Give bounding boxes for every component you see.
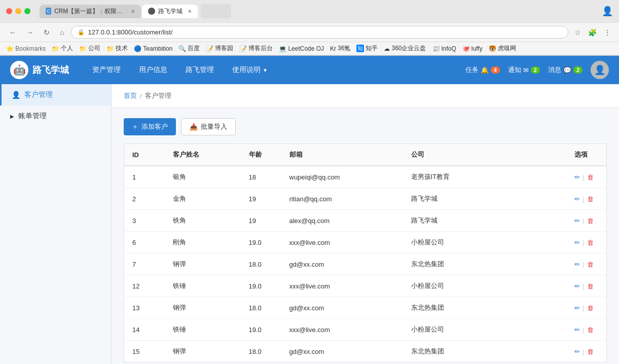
col-header-id: ID	[124, 144, 165, 166]
notify-nav-item[interactable]: 通知 ✉ 2	[508, 65, 540, 75]
cell-company: 小粉屋公司	[403, 319, 566, 341]
bookmarks-label: ⭐ Bookmarks	[6, 45, 46, 52]
delete-button[interactable]: 🗑	[587, 195, 594, 203]
cell-name: 金角	[165, 188, 241, 210]
cell-email: alex@qq.com	[281, 210, 403, 232]
delete-button[interactable]: 🗑	[587, 304, 594, 312]
bookmark-cnblogs[interactable]: 📝博客园	[206, 44, 233, 53]
delete-button[interactable]: 🗑	[587, 173, 594, 181]
cell-email: xxx@live.com	[281, 319, 403, 341]
folder-icon: 📁	[106, 45, 114, 52]
browser-titlebar: C CRM【第一篇】：权限组件之权... ✕ 路飞学城 ✕ 👤	[0, 0, 619, 22]
bookmark-blog-admin[interactable]: 📝博客后台	[239, 44, 273, 53]
action-separator: |	[582, 239, 584, 246]
browser-tab-crm[interactable]: C CRM【第一篇】：权限组件之权... ✕	[40, 5, 141, 18]
nav-usage[interactable]: 使用说明 ▼	[224, 61, 276, 79]
reload-button[interactable]: ↻	[41, 27, 53, 38]
tab-close-crm[interactable]: ✕	[131, 9, 135, 14]
minimize-window-button[interactable]	[15, 8, 21, 14]
sidebar-item-customer[interactable]: 👤 客户管理	[0, 84, 111, 105]
delete-button[interactable]: 🗑	[587, 282, 594, 290]
bookmark-baidu[interactable]: 🔍百度	[178, 44, 200, 53]
delete-button[interactable]: 🗑	[587, 326, 594, 334]
tab-close-luffy[interactable]: ✕	[188, 9, 192, 14]
menu-icon[interactable]: ⋮	[602, 27, 613, 38]
cell-email: gd@xx.com	[281, 253, 403, 275]
col-header-email: 邮箱	[281, 144, 403, 166]
customer-table: ID 客户姓名 年龄 邮箱 公司 选项 1 银角 18 wupeiqi@qq.c…	[124, 143, 607, 362]
message-nav-item[interactable]: 消息 💬 2	[548, 65, 582, 75]
bookmark-personal[interactable]: 📁个人	[52, 44, 73, 53]
edit-button[interactable]: ✏	[574, 326, 580, 334]
extensions-icon[interactable]: 🧩	[586, 27, 599, 38]
bookmark-teambition[interactable]: 🔵Teambition	[134, 45, 172, 52]
tab-favicon-crm: C	[46, 8, 51, 15]
table-row: 6 刚角 19.0 xxx@live.com 小粉屋公司 ✏ | 🗑	[124, 232, 607, 253]
folder-icon: 📁	[52, 45, 59, 52]
bookmark-infoq[interactable]: 📰InfoQ	[432, 45, 456, 52]
delete-button[interactable]: 🗑	[587, 217, 594, 225]
nav-user-info[interactable]: 用户信息	[131, 61, 175, 79]
sidebar-item-account[interactable]: ▶ 账单管理	[0, 105, 111, 127]
action-separator: |	[582, 173, 584, 181]
nav-asset-management[interactable]: 资产管理	[84, 61, 129, 79]
table-row: 12 铁锤 19.0 xxx@live.com 小粉屋公司 ✏ | 🗑	[124, 275, 607, 297]
cell-age: 18.0	[241, 253, 281, 275]
bookmark-36kr[interactable]: Kr36氪	[330, 44, 350, 53]
table-row: 7 钢弹 18.0 gd@xx.com 东北热集团 ✏ | 🗑	[124, 253, 607, 275]
edit-button[interactable]: ✏	[574, 239, 580, 246]
edit-button[interactable]: ✏	[574, 304, 580, 312]
edit-button[interactable]: ✏	[574, 217, 580, 225]
bookmark-luffy[interactable]: 🐙luffy	[462, 45, 483, 52]
edit-button[interactable]: ✏	[574, 348, 580, 355]
cell-age: 19.0	[241, 275, 281, 297]
bookmark-360disk[interactable]: ☁360企业云盘	[384, 44, 426, 53]
delete-button[interactable]: 🗑	[587, 239, 594, 246]
cell-age: 19.0	[241, 232, 281, 253]
cell-name: 铁角	[165, 210, 241, 232]
tab-title-luffy: 路飞学城	[158, 7, 183, 16]
edit-button[interactable]: ✏	[574, 195, 580, 203]
app-wrapper: 🤖 路飞学城 资产管理 用户信息 路飞管理 使用说明 ▼ 任务 🔔 4 通知 ✉…	[0, 56, 619, 364]
back-button[interactable]: ←	[6, 27, 19, 38]
cell-id: 6	[124, 232, 165, 253]
nav-luffy-admin[interactable]: 路飞管理	[177, 61, 222, 79]
delete-button[interactable]: 🗑	[587, 261, 594, 268]
breadcrumb-home[interactable]: 首页	[124, 91, 137, 100]
top-nav: 🤖 路飞学城 资产管理 用户信息 路飞管理 使用说明 ▼ 任务 🔔 4 通知 ✉…	[0, 56, 619, 84]
cell-actions: ✏ | 🗑	[566, 166, 607, 188]
edit-button[interactable]: ✏	[574, 282, 580, 290]
bookmark-zhihu[interactable]: 知知乎	[356, 44, 378, 53]
edit-button[interactable]: ✏	[574, 173, 580, 181]
user-avatar[interactable]: 👤	[591, 61, 609, 79]
batch-import-button[interactable]: 📥 批量导入	[181, 118, 236, 135]
bookmark-tech[interactable]: 📁技术	[106, 44, 128, 53]
home-button[interactable]: ⌂	[57, 27, 67, 38]
browser-tab-luffy[interactable]: 路飞学城 ✕	[142, 5, 198, 18]
lock-icon: 🔒	[78, 29, 85, 35]
cell-id: 12	[124, 275, 165, 297]
cell-id: 15	[124, 341, 165, 362]
add-customer-button[interactable]: ＋ 添加客户	[124, 118, 176, 135]
bookmark-huxiu[interactable]: 🐯虎嗅网	[489, 44, 516, 53]
delete-button[interactable]: 🗑	[587, 348, 594, 355]
table-row: 2 金角 19 ritian@qq.com 路飞学城 ✏ | 🗑	[124, 188, 607, 210]
close-window-button[interactable]	[6, 8, 12, 14]
forward-button[interactable]: →	[23, 27, 37, 38]
cell-age: 18.0	[241, 297, 281, 319]
cell-age: 19.0	[241, 319, 281, 341]
maximize-window-button[interactable]	[24, 8, 30, 14]
logo-text: 路飞学城	[32, 64, 69, 76]
cell-id: 14	[124, 319, 165, 341]
user-profile-icon[interactable]: 👤	[602, 6, 613, 17]
cell-age: 19	[241, 210, 281, 232]
bookmark-leetcode[interactable]: 💻LeetCode OJ	[279, 45, 324, 52]
action-separator: |	[582, 326, 584, 334]
bookmark-star-icon[interactable]: ☆	[572, 27, 583, 38]
tab-favicon-luffy	[148, 8, 155, 15]
notify-label: 通知	[508, 65, 521, 75]
edit-button[interactable]: ✏	[574, 261, 580, 268]
task-nav-item[interactable]: 任务 🔔 4	[465, 65, 500, 75]
bookmark-company[interactable]: 📁公司	[79, 44, 100, 53]
address-bar[interactable]: 🔒 127.0.0.1:8000/customer/list/	[71, 26, 568, 39]
